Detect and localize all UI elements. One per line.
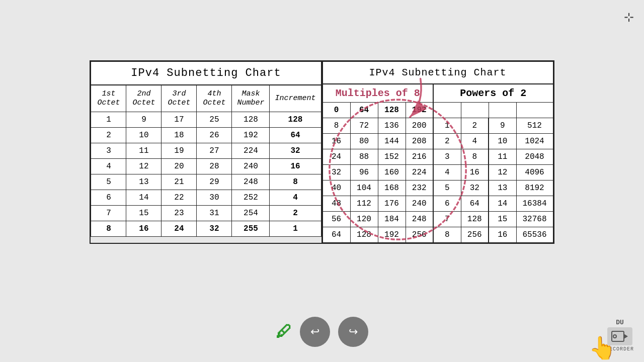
mult-cell: 16 [323, 134, 350, 149]
pow-cell: 13 [489, 180, 516, 196]
mult-cell: 96 [350, 165, 378, 180]
left-cell: 30 [197, 190, 232, 206]
pow-cell: 14 [489, 196, 516, 212]
mult-cell: 160 [378, 165, 406, 180]
col-3rd: 3rdOctet [162, 85, 197, 112]
left-header-row: 1stOctet 2ndOctet 3rdOctet 4thOctet Mask… [91, 85, 321, 112]
mult-cell: 80 [350, 134, 378, 149]
pow-cell: 15 [489, 212, 516, 227]
mult-cell: 216 [406, 149, 433, 165]
right-title: IPv4 Subnetting Chart [323, 62, 553, 84]
pow-cell: 32768 [516, 212, 553, 227]
pow-cell: 2 [433, 134, 461, 149]
pow-col-1 [433, 103, 461, 118]
left-cell: 192 [232, 128, 270, 143]
pow-cell: 8192 [516, 180, 553, 196]
left-cell: 32 [197, 221, 232, 237]
left-cell: 14 [126, 190, 162, 206]
mult-cell: 72 [350, 118, 378, 134]
left-cell: 20 [162, 159, 197, 174]
right-table: IPv4 Subnetting Chart Multiples of 8 Pow… [323, 61, 553, 243]
multiples-header: Multiples of 8 [323, 84, 433, 103]
left-cell: 8 [270, 174, 321, 190]
right-table-row: 481121762406641416384 [323, 196, 553, 212]
col-increment: Increment [270, 85, 321, 112]
right-title-row: IPv4 Subnetting Chart [323, 62, 553, 84]
pow-cell: 6 [433, 196, 461, 212]
right-table-row: 168014420824101024 [323, 134, 553, 149]
mult-cell: 120 [350, 212, 378, 227]
left-cell: 2 [270, 206, 321, 221]
left-table: IPv4 Subnetting Chart 1stOctet 2ndOctet … [91, 61, 321, 237]
powers-header: Powers of 2 [433, 84, 553, 103]
pow-cell: 65536 [516, 227, 553, 243]
mult-cell: 48 [323, 196, 350, 212]
left-cell: 25 [197, 112, 232, 128]
left-cell: 5 [91, 174, 126, 190]
mult-cell: 152 [378, 149, 406, 165]
left-cell: 22 [162, 190, 197, 206]
svg-marker-4 [624, 334, 628, 339]
pow-cell: 1 [433, 118, 461, 134]
mult-cell: 208 [406, 134, 433, 149]
left-table-wrapper: IPv4 Subnetting Chart 1stOctet 2ndOctet … [90, 60, 322, 244]
left-cell: 12 [126, 159, 162, 174]
pow-cell: 1024 [516, 134, 553, 149]
minimize-icon[interactable]: ⊹ [624, 10, 634, 25]
left-table-row: 191725128128 [91, 112, 321, 128]
left-cell: 4 [270, 190, 321, 206]
tables-container: IPv4 Subnetting Chart 1stOctet 2ndOctet … [90, 60, 554, 244]
screen: ⊹ IPv4 Subnetting Chart 1stOctet 2ndOcte… [0, 0, 644, 362]
left-cell: 3 [91, 143, 126, 159]
left-cell: 128 [270, 112, 321, 128]
left-table-body: 1917251281282101826192643111927224324122… [91, 112, 321, 237]
left-cell: 23 [162, 206, 197, 221]
mult-cell: 168 [378, 180, 406, 196]
right-table-row: 6412819225682561665536 [323, 227, 553, 243]
left-table-row: 311192722432 [91, 143, 321, 159]
left-cell: 28 [197, 159, 232, 174]
mult-cell: 112 [350, 196, 378, 212]
pow-cell: 5 [433, 180, 461, 196]
pow-cell: 8 [461, 149, 489, 165]
col-4th: 4thOctet [197, 85, 232, 112]
pow-col-2 [461, 103, 489, 118]
mult-cell: 64 [323, 227, 350, 243]
mult-cell: 88 [350, 149, 378, 165]
left-cell: 16 [270, 159, 321, 174]
left-table-row: 61422302524 [91, 190, 321, 206]
pow-cell: 10 [489, 134, 516, 149]
pow-cell: 3 [433, 149, 461, 165]
mult-cell: 184 [378, 212, 406, 227]
left-table-row: 210182619264 [91, 128, 321, 143]
redo-button[interactable]: ↪ [338, 317, 368, 347]
mult-col-128: 128 [378, 103, 406, 118]
pow-cell: 11 [489, 149, 516, 165]
mult-cell: 200 [406, 118, 433, 134]
left-cell: 13 [126, 174, 162, 190]
right-table-row: 872136200129512 [323, 118, 553, 134]
left-cell: 1 [270, 221, 321, 237]
undo-button[interactable]: ↩ [300, 317, 330, 347]
pow-cell: 256 [461, 227, 489, 243]
pow-cell: 512 [516, 118, 553, 134]
mult-col-192: 192 [406, 103, 433, 118]
pow-cell: 32 [461, 180, 489, 196]
mult-cell: 104 [350, 180, 378, 196]
mult-cell: 256 [406, 227, 433, 243]
draw-icon[interactable]: 🖊 [276, 322, 292, 342]
left-cell: 254 [232, 206, 270, 221]
pow-cell: 128 [461, 212, 489, 227]
left-cell: 240 [232, 159, 270, 174]
pow-cell: 4 [433, 165, 461, 180]
left-cell: 15 [126, 206, 162, 221]
left-cell: 1 [91, 112, 126, 128]
col-1st: 1stOctet [91, 85, 126, 112]
left-title-row: IPv4 Subnetting Chart [91, 62, 321, 85]
left-cell: 26 [197, 128, 232, 143]
left-cell: 2 [91, 128, 126, 143]
left-cell: 4 [91, 159, 126, 174]
left-cell: 6 [91, 190, 126, 206]
mult-cell: 128 [350, 227, 378, 243]
left-cell: 19 [162, 143, 197, 159]
